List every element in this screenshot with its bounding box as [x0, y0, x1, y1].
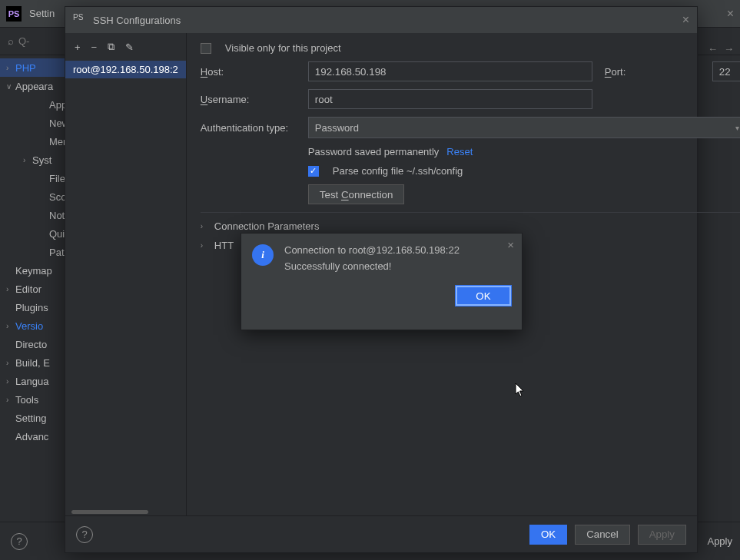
ssh-dialog-title: SSH Configurations [93, 15, 181, 26]
chevron-icon: › [6, 377, 15, 386]
cancel-button[interactable]: Cancel [575, 525, 630, 545]
host-input[interactable] [308, 61, 592, 81]
tree-item-label: Tools [15, 394, 38, 406]
chevron-right-icon: › [201, 241, 210, 250]
chevron-icon: › [6, 396, 15, 404]
info-icon: i [252, 244, 274, 266]
help-icon[interactable]: ? [11, 533, 28, 550]
reset-link[interactable]: Reset [446, 146, 473, 157]
popup-title: Connection to root@192.168.50.198:22 [284, 244, 511, 256]
ssh-config-list[interactable]: root@192.168.50.198:2 [65, 61, 186, 509]
popup-message: Successfully connected! [284, 260, 511, 272]
auth-type-label: Authentication type: [201, 122, 300, 134]
close-icon[interactable]: × [507, 238, 514, 251]
chevron-icon: › [6, 64, 15, 72]
tree-item-label: Editor [15, 283, 41, 295]
close-icon[interactable]: × [727, 7, 734, 21]
close-icon[interactable]: × [682, 13, 689, 27]
edit-icon[interactable]: ✎ [125, 41, 134, 53]
phpstorm-logo-icon: PS [73, 13, 87, 27]
copy-icon[interactable]: ⧉ [108, 41, 114, 53]
username-input[interactable] [308, 89, 592, 109]
tree-item-label: Setting [15, 413, 46, 424]
ssh-list-toolbar: + − ⧉ ✎ [65, 33, 186, 61]
section-label: HTT [214, 240, 234, 251]
parse-config-checkbox[interactable] [308, 166, 319, 177]
host-label: Host: [201, 66, 300, 78]
ssh-config-list-panel: + − ⧉ ✎ root@192.168.50.198:2 [65, 33, 187, 515]
ssh-config-item[interactable]: root@192.168.50.198:2 [65, 61, 186, 78]
tree-item-label: File [49, 173, 65, 184]
tree-item-label: Keymap [15, 265, 52, 277]
ok-button[interactable]: OK [456, 286, 511, 306]
horizontal-scrollbar[interactable] [65, 509, 186, 515]
apply-label-bg: Apply [707, 535, 732, 547]
chevron-icon: › [23, 156, 32, 164]
help-icon[interactable]: ? [76, 526, 93, 543]
chevron-icon: ∨ [6, 82, 15, 91]
parse-config-label: Parse config file ~/.ssh/config [333, 165, 463, 177]
ssh-titlebar: PS SSH Configurations × [65, 7, 697, 33]
tree-item-label: Plugins [15, 302, 48, 313]
add-icon[interactable]: + [75, 41, 81, 53]
auth-type-value: Password [315, 122, 359, 134]
section-label: Connection Parameters [214, 220, 320, 232]
visible-only-label: Visible only for this project [225, 42, 341, 54]
port-label: Port: [605, 66, 705, 78]
tree-item-label: Syst [32, 154, 51, 166]
tree-item-label: Advanc [15, 431, 48, 442]
visible-only-checkbox[interactable] [201, 43, 211, 54]
tree-item-label: Versio [15, 320, 43, 332]
tree-item-label: Directo [15, 339, 47, 350]
password-saved-text: Password saved permanently [308, 146, 440, 157]
username-label: Username: [201, 94, 300, 105]
apply-button[interactable]: Apply [638, 525, 686, 545]
search-icon: ⌕ [8, 35, 14, 47]
phpstorm-logo-icon: PS [6, 6, 22, 22]
connection-result-popup: i Connection to root@192.168.50.198:22 S… [241, 233, 523, 330]
settings-title: Settin [29, 8, 55, 19]
auth-type-select[interactable]: Password ▾ [308, 117, 740, 138]
remove-icon[interactable]: − [91, 41, 98, 53]
tree-item-label: Build, E [15, 357, 50, 369]
chevron-down-icon: ▾ [735, 124, 739, 132]
chevron-right-icon: › [201, 222, 210, 230]
ok-button[interactable]: OK [529, 525, 567, 545]
tree-item-label: PHP [15, 62, 36, 74]
port-input[interactable] [712, 61, 740, 81]
chevron-icon: › [6, 359, 15, 367]
test-connection-button[interactable]: Test Connection [308, 184, 405, 204]
tree-item-label: Appeara [15, 81, 53, 92]
chevron-icon: › [6, 285, 15, 293]
ssh-dialog-footer: ? OK Cancel Apply [65, 515, 697, 552]
chevron-icon: › [6, 322, 15, 330]
tree-item-label: Langua [15, 376, 48, 387]
